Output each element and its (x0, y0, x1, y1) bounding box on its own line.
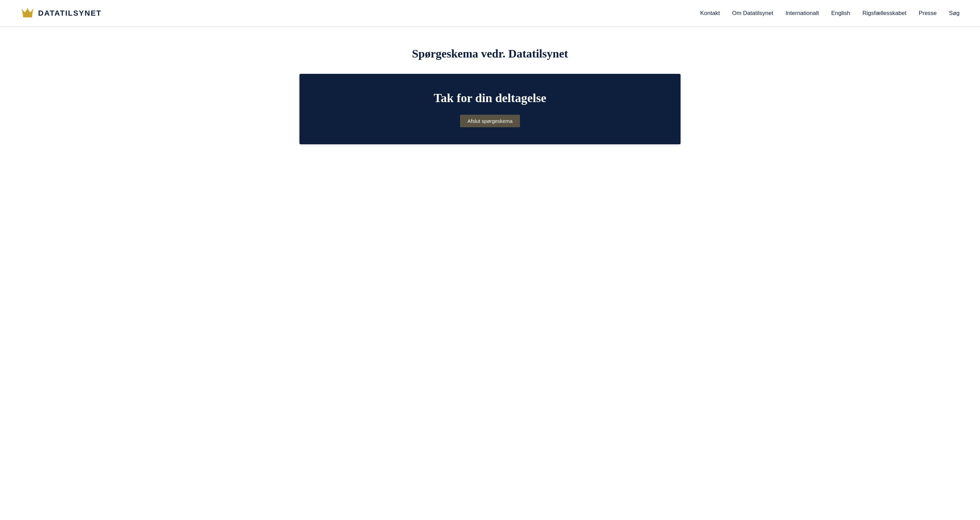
nav-presse[interactable]: Presse (919, 10, 937, 17)
nav-om-datatilsynet[interactable]: Om Datatilsynet (732, 10, 773, 17)
page-title: Spørgeskema vedr. Datatilsynet (299, 47, 681, 60)
main-nav: Kontakt Om Datatilsynet Internationalt E… (700, 10, 959, 17)
close-survey-button[interactable]: Afslut spørgeskema (460, 114, 520, 127)
nav-english[interactable]: English (831, 10, 850, 17)
nav-internationalt[interactable]: Internationalt (785, 10, 819, 17)
svg-point-3 (32, 9, 33, 10)
svg-point-2 (27, 8, 28, 9)
nav-rigsfaellesskabet[interactable]: Rigsfællesskabet (862, 10, 906, 17)
svg-marker-0 (22, 9, 33, 16)
survey-completion-box: Tak for din deltagelse Afslut spørgeskem… (299, 74, 681, 144)
main-content: Spørgeskema vedr. Datatilsynet Tak for d… (286, 27, 694, 165)
logo-text: Datatilsynet (38, 9, 102, 18)
site-header: Datatilsynet Kontakt Om Datatilsynet Int… (0, 0, 980, 27)
crown-icon (21, 6, 35, 21)
nav-soeg[interactable]: Søg (949, 10, 959, 17)
svg-point-4 (22, 9, 23, 10)
svg-rect-1 (23, 16, 32, 17)
thank-you-heading: Tak for din deltagelse (313, 91, 667, 105)
logo-link[interactable]: Datatilsynet (21, 6, 102, 21)
nav-kontakt[interactable]: Kontakt (700, 10, 720, 17)
